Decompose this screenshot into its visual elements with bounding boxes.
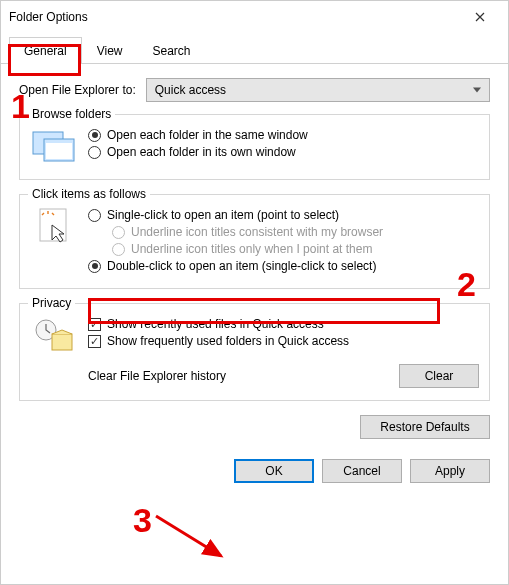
chk-frequent-folders-label: Show frequently used folders in Quick ac… xyxy=(107,334,349,348)
radio-icon xyxy=(112,243,125,256)
folder-options-window: Folder Options General View Search Open … xyxy=(0,0,509,585)
group-title-click: Click items as follows xyxy=(28,187,150,201)
close-button[interactable] xyxy=(460,1,500,33)
chk-recent-files[interactable]: Show recently used files in Quick access xyxy=(88,317,479,331)
privacy-icon xyxy=(30,314,78,356)
tab-view[interactable]: View xyxy=(82,37,138,64)
clear-history-label: Clear File Explorer history xyxy=(88,369,399,383)
dialog-buttons: OK Cancel Apply xyxy=(1,449,508,497)
radio-icon xyxy=(88,260,101,273)
cancel-button[interactable]: Cancel xyxy=(322,459,402,483)
opt-own-window[interactable]: Open each folder in its own window xyxy=(88,145,479,159)
svg-rect-5 xyxy=(52,334,72,350)
radio-icon xyxy=(88,129,101,142)
open-explorer-row: Open File Explorer to: Quick access xyxy=(19,78,490,102)
clear-button[interactable]: Clear xyxy=(399,364,479,388)
restore-defaults-button[interactable]: Restore Defaults xyxy=(360,415,490,439)
group-title-browse: Browse folders xyxy=(28,107,115,121)
opt-same-window-label: Open each folder in the same window xyxy=(107,128,308,142)
dropdown-value: Quick access xyxy=(155,83,226,97)
click-items-icon xyxy=(30,205,78,247)
browse-folders-icon xyxy=(30,125,78,167)
clear-history-row: Clear File Explorer history Clear xyxy=(30,364,479,388)
group-title-privacy: Privacy xyxy=(28,296,75,310)
opt-underline-browser: Underline icon titles consistent with my… xyxy=(112,225,479,239)
titlebar: Folder Options xyxy=(1,1,508,33)
opt-single-click-label: Single-click to open an item (point to s… xyxy=(107,208,339,222)
tab-search[interactable]: Search xyxy=(138,37,206,64)
opt-double-click[interactable]: Double-click to open an item (single-cli… xyxy=(88,259,479,273)
radio-icon xyxy=(88,146,101,159)
opt-underline-browser-label: Underline icon titles consistent with my… xyxy=(131,225,383,239)
opt-underline-point-label: Underline icon titles only when I point … xyxy=(131,242,372,256)
opt-underline-point: Underline icon titles only when I point … xyxy=(112,242,479,256)
opt-double-click-label: Double-click to open an item (single-cli… xyxy=(107,259,376,273)
chk-recent-files-label: Show recently used files in Quick access xyxy=(107,317,324,331)
group-browse-folders: Browse folders Open each folder in the s… xyxy=(19,114,490,180)
tabs: General View Search xyxy=(1,37,508,64)
annotation-arrow-icon xyxy=(141,501,241,571)
tab-general[interactable]: General xyxy=(9,37,82,64)
group-privacy: Privacy Show recently used files in Quic… xyxy=(19,303,490,401)
svg-line-6 xyxy=(156,516,221,556)
open-explorer-dropdown[interactable]: Quick access xyxy=(146,78,490,102)
apply-button[interactable]: Apply xyxy=(410,459,490,483)
checkbox-icon xyxy=(88,335,101,348)
checkbox-icon xyxy=(88,318,101,331)
opt-own-window-label: Open each folder in its own window xyxy=(107,145,296,159)
radio-icon xyxy=(112,226,125,239)
svg-rect-2 xyxy=(46,143,72,159)
content: Open File Explorer to: Quick access Brow… xyxy=(1,64,508,449)
group-click-items: Click items as follows Single-click to o… xyxy=(19,194,490,289)
opt-single-click[interactable]: Single-click to open an item (point to s… xyxy=(88,208,479,222)
chk-frequent-folders[interactable]: Show frequently used folders in Quick ac… xyxy=(88,334,479,348)
ok-button[interactable]: OK xyxy=(234,459,314,483)
annotation-num-3: 3 xyxy=(133,501,152,540)
window-title: Folder Options xyxy=(9,10,460,24)
close-icon xyxy=(475,9,485,25)
restore-row: Restore Defaults xyxy=(19,415,490,439)
open-explorer-label: Open File Explorer to: xyxy=(19,83,136,97)
radio-icon xyxy=(88,209,101,222)
opt-same-window[interactable]: Open each folder in the same window xyxy=(88,128,479,142)
